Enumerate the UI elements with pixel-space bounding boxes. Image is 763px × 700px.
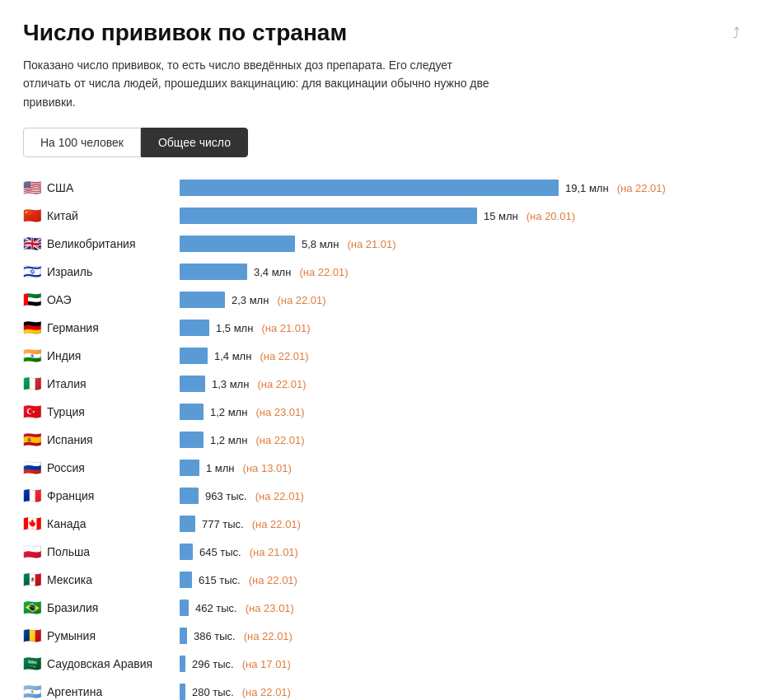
country-label: 🇩🇪Германия bbox=[23, 320, 180, 335]
chart-row: 🇧🇷Бразилия462 тыс.(на 23.01) bbox=[23, 597, 740, 618]
chart-row: 🇩🇪Германия1,5 млн(на 21.01) bbox=[23, 317, 740, 338]
chart: 🇺🇸США19,1 млн(на 22.01)🇨🇳Китай15 млн(на … bbox=[23, 177, 740, 700]
bar-date: (на 22.01) bbox=[244, 630, 293, 642]
country-label: 🇺🇸США bbox=[23, 180, 180, 195]
country-label: 🇸🇦Саудовская Аравия bbox=[23, 656, 180, 671]
bar-area: 1,2 млн(на 22.01) bbox=[180, 432, 740, 448]
country-name: Польша bbox=[47, 545, 90, 558]
toggle-total-button[interactable]: Общее число bbox=[141, 128, 248, 157]
chart-row: 🇮🇹Италия1,3 млн(на 22.01) bbox=[23, 373, 740, 394]
bar bbox=[180, 684, 185, 700]
bar-date: (на 22.01) bbox=[257, 378, 306, 390]
bar-area: 1,4 млн(на 22.01) bbox=[180, 348, 740, 364]
country-name: Франция bbox=[47, 489, 94, 502]
country-name: Китай bbox=[47, 209, 78, 222]
bar-value: 386 тыс. bbox=[194, 630, 236, 642]
bar-date: (на 17.01) bbox=[242, 658, 291, 670]
country-label: 🇷🇴Румыния bbox=[23, 628, 180, 643]
country-name: Россия bbox=[47, 461, 85, 474]
country-name: Израиль bbox=[47, 265, 92, 278]
country-flag: 🇨🇦 bbox=[23, 516, 41, 531]
bar-date: (на 22.01) bbox=[617, 182, 666, 194]
country-name: Мексика bbox=[47, 573, 92, 586]
bar-value: 2,3 млн bbox=[232, 294, 269, 306]
country-flag: 🇲🇽 bbox=[23, 572, 41, 587]
chart-row: 🇲🇽Мексика615 тыс.(на 22.01) bbox=[23, 569, 740, 590]
country-name: Италия bbox=[47, 377, 87, 390]
country-name: Великобритания bbox=[47, 237, 136, 250]
bar bbox=[180, 600, 189, 616]
bar bbox=[180, 488, 199, 504]
country-flag: 🇷🇴 bbox=[23, 628, 41, 643]
share-icon[interactable]: ⤴ bbox=[733, 25, 740, 42]
bar-value: 1,4 млн bbox=[214, 350, 251, 362]
bar-date: (на 23.01) bbox=[255, 406, 304, 418]
bar-value: 296 тыс. bbox=[192, 658, 234, 670]
bar bbox=[180, 656, 185, 672]
chart-row: 🇨🇳Китай15 млн(на 20.01) bbox=[23, 205, 740, 226]
bar-date: (на 23.01) bbox=[246, 602, 294, 614]
country-flag: 🇨🇳 bbox=[23, 208, 41, 223]
bar-area: 1,3 млн(на 22.01) bbox=[180, 376, 740, 392]
bar-value: 1,2 млн bbox=[210, 406, 247, 418]
country-name: Турция bbox=[47, 405, 85, 418]
country-label: 🇨🇳Китай bbox=[23, 208, 180, 223]
bar-area: 462 тыс.(на 23.01) bbox=[180, 600, 740, 616]
country-name: Румыния bbox=[47, 629, 96, 642]
bar-area: 963 тыс.(на 22.01) bbox=[180, 488, 740, 504]
bar bbox=[180, 208, 477, 224]
bar-date: (на 22.01) bbox=[299, 266, 348, 278]
country-label: 🇹🇷Турция bbox=[23, 404, 180, 419]
country-flag: 🇷🇺 bbox=[23, 460, 41, 475]
bar-value: 1,3 млн bbox=[212, 378, 249, 390]
country-label: 🇲🇽Мексика bbox=[23, 572, 180, 587]
toggle-group: На 100 человек Общее число bbox=[23, 128, 740, 157]
bar-area: 386 тыс.(на 22.01) bbox=[180, 628, 740, 644]
country-flag: 🇸🇦 bbox=[23, 656, 41, 671]
chart-row: 🇫🇷Франция963 тыс.(на 22.01) bbox=[23, 485, 740, 506]
country-label: 🇬🇧Великобритания bbox=[23, 236, 180, 251]
bar bbox=[180, 516, 195, 532]
bar-area: 280 тыс.(на 22.01) bbox=[180, 684, 740, 700]
chart-row: 🇨🇦Канада777 тыс.(на 22.01) bbox=[23, 513, 740, 534]
bar-area: 645 тыс.(на 21.01) bbox=[180, 544, 740, 560]
bar-date: (на 22.01) bbox=[242, 686, 291, 698]
country-flag: 🇮🇱 bbox=[23, 264, 41, 279]
country-flag: 🇪🇸 bbox=[23, 432, 41, 447]
chart-row: 🇺🇸США19,1 млн(на 22.01) bbox=[23, 177, 740, 198]
bar bbox=[180, 404, 204, 420]
bar-area: 1,2 млн(на 23.01) bbox=[180, 404, 740, 420]
country-label: 🇪🇸Испания bbox=[23, 432, 180, 447]
country-label: 🇦🇪ОАЭ bbox=[23, 292, 180, 307]
country-label: 🇷🇺Россия bbox=[23, 460, 180, 475]
bar-value: 5,8 млн bbox=[302, 238, 339, 250]
country-name: Канада bbox=[47, 517, 86, 530]
country-label: 🇫🇷Франция bbox=[23, 488, 180, 503]
bar bbox=[180, 236, 295, 252]
bar-value: 280 тыс. bbox=[192, 686, 234, 698]
bar-area: 5,8 млн(на 21.01) bbox=[180, 236, 740, 252]
bar-date: (на 22.01) bbox=[252, 518, 301, 530]
chart-row: 🇦🇷Аргентина280 тыс.(на 22.01) bbox=[23, 681, 740, 700]
bar bbox=[180, 376, 205, 392]
bar-area: 1 млн(на 13.01) bbox=[180, 460, 740, 476]
country-flag: 🇧🇷 bbox=[23, 600, 41, 615]
country-label: 🇮🇱Израиль bbox=[23, 264, 180, 279]
chart-row: 🇦🇪ОАЭ2,3 млн(на 22.01) bbox=[23, 289, 740, 310]
bar-value: 1,2 млн bbox=[210, 434, 247, 446]
bar-area: 777 тыс.(на 22.01) bbox=[180, 516, 740, 532]
country-name: Испания bbox=[47, 433, 93, 446]
bar bbox=[180, 180, 559, 196]
bar bbox=[180, 264, 247, 280]
bar-date: (на 22.01) bbox=[277, 294, 325, 306]
bar-value: 615 тыс. bbox=[199, 574, 241, 586]
country-flag: 🇦🇪 bbox=[23, 292, 41, 307]
bar-value: 3,4 млн bbox=[254, 266, 291, 278]
country-name: Саудовская Аравия bbox=[47, 657, 152, 670]
chart-row: 🇮🇳Индия1,4 млн(на 22.01) bbox=[23, 345, 740, 366]
country-name: Германия bbox=[47, 321, 99, 334]
toggle-per-100-button[interactable]: На 100 человек bbox=[23, 128, 141, 157]
bar-date: (на 22.01) bbox=[255, 490, 304, 502]
country-name: Аргентина bbox=[47, 685, 102, 698]
bar-date: (на 22.01) bbox=[260, 350, 308, 362]
